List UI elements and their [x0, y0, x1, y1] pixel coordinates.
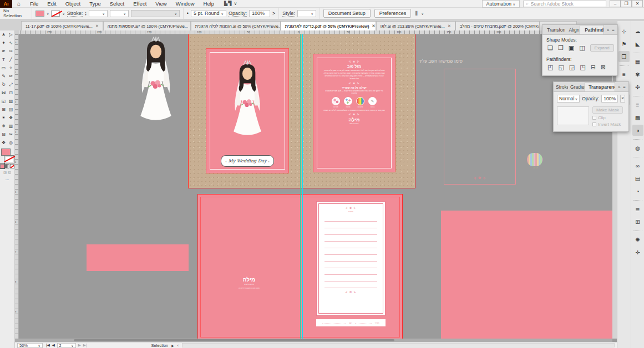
brush-dropdown[interactable]: ∨ [110, 10, 129, 17]
asset-export-icon[interactable]: ◔ [632, 186, 643, 197]
stroke-caret-icon[interactable]: ∨ [62, 12, 64, 16]
doc-tab-5[interactable]: לוגו.ai @ 213.86% (CMYK/Previe...✕ [376, 21, 455, 30]
scale-tool[interactable]: ⤢ [7, 80, 14, 89]
pink-rectangle-bottom-right[interactable] [441, 211, 612, 339]
style-dropdown[interactable]: ∨ [297, 10, 316, 17]
color-button[interactable] [0, 164, 4, 168]
none-button[interactable] [10, 164, 14, 168]
graph-tool[interactable]: ▥ [7, 122, 14, 130]
width-tool[interactable]: ⋈ [0, 89, 7, 97]
artboard-number-dropdown[interactable]: 2 ∨ [57, 343, 76, 348]
outline-icon[interactable]: ⊟ [591, 64, 596, 71]
workspace-dropdown[interactable]: Automation ∨ [482, 0, 520, 8]
appearance-icon[interactable]: ◍ [632, 142, 643, 153]
first-artboard-button[interactable]: |◀ [46, 343, 50, 347]
shaper-tool[interactable]: ✧ [7, 64, 14, 72]
back-cover-logo[interactable]: מילה עיצוב אירועים מתנות ומזכרות מעוצבות… [227, 277, 271, 289]
fill-color-swatch[interactable] [36, 11, 44, 17]
expand-button[interactable]: Expand [590, 44, 614, 52]
minimize-button[interactable]: – [610, 0, 621, 7]
actions-icon[interactable]: ✺ [632, 234, 643, 245]
transform-icon[interactable]: ⊹ [618, 25, 630, 37]
crop-icon[interactable]: ◳ [580, 64, 585, 71]
fill-caret-icon[interactable]: ∨ [47, 12, 49, 16]
doc-tab-6[interactable]: מחברת טיפים - מהלב.pdf* @ 200% (CMYK/...… [455, 21, 540, 30]
next-artboard-button[interactable]: ▶ [78, 343, 81, 347]
stroke-icon[interactable]: ≡ [618, 69, 630, 80]
clip-checkbox[interactable]: Clip [592, 115, 623, 120]
slice-tool[interactable]: ✂ [7, 130, 14, 139]
zoom-dropdown[interactable]: 50% ∨ [17, 343, 43, 348]
width-profile-dropdown[interactable]: ∨ [131, 10, 180, 17]
stroke-proxy[interactable] [4, 156, 14, 163]
symbol-sprayer-tool[interactable]: ✵ [0, 122, 7, 130]
menu-type[interactable]: Type [85, 1, 105, 7]
align-icon[interactable]: ⚑ [618, 38, 630, 49]
rectangle-tool[interactable]: ▭ [0, 64, 7, 72]
paintbrush-tool[interactable]: ✎ [0, 72, 7, 80]
magic-wand-tool[interactable]: ✦ [0, 39, 7, 47]
prev-artboard-button[interactable]: ◀ [52, 343, 55, 347]
menu-select[interactable]: Select [105, 1, 129, 7]
preferences-button[interactable]: Preferences [374, 9, 412, 18]
live-paint-tool[interactable]: ▨ [7, 97, 14, 105]
bride-illustration[interactable] [224, 58, 271, 137]
layers-icon[interactable]: ≣ [632, 203, 643, 214]
stroke-weight-stepper[interactable]: ▴▾ [85, 11, 87, 16]
vertical-scrollbar[interactable] [612, 30, 617, 339]
tab-transparency[interactable]: Transparency [585, 82, 615, 91]
line-tool[interactable]: ╱ [7, 55, 14, 64]
doc-tab-3[interactable]: הזמנות לכלה ארגונית.ai @ 50% (CMYK/Previ… [191, 21, 281, 30]
stroke-weight-dropdown[interactable]: ∨ [89, 10, 108, 17]
toolbar-more[interactable]: ... [0, 176, 14, 181]
doc-tab-4-active[interactable]: כריכה לארגונית.pdf @ 50% (CMYK/Preview)✕ [281, 21, 376, 30]
blend-tool[interactable]: ❖ [7, 114, 14, 122]
menu-view[interactable]: View [151, 1, 171, 7]
bride-illustration[interactable] [128, 34, 184, 122]
fill-proxy[interactable] [1, 149, 11, 156]
tab-close-icon[interactable]: ✕ [372, 24, 375, 28]
search-input[interactable]: ⌕ Search Adobe Stock [523, 1, 606, 7]
make-mask-button[interactable]: Make Mask [592, 106, 623, 114]
rotate-tool[interactable]: ↻ [0, 80, 7, 89]
navigator-icon[interactable]: ✛ [632, 247, 643, 258]
tab-close-icon[interactable]: ✕ [448, 24, 451, 28]
menu-file[interactable]: File [26, 1, 43, 7]
merge-icon[interactable]: ◲ [569, 64, 575, 71]
pencil-tool[interactable]: ✏ [7, 72, 14, 80]
status-expand-icon[interactable]: ▶ [171, 344, 174, 347]
collapse-icon[interactable]: » [607, 28, 609, 33]
artboard-tool[interactable]: ⊟ [0, 130, 7, 139]
tab-gradient[interactable]: Gradien [568, 83, 585, 91]
home-icon[interactable]: ⌂ [12, 1, 26, 7]
minus-back-icon[interactable]: ⊠ [601, 64, 606, 71]
artboard-top-spread[interactable]: ‹ My Wedding Day › ⊰ ❀ ⊱ מזל טוב מאחלים … [189, 32, 415, 188]
opacity-input[interactable]: 100% [601, 95, 618, 103]
color-icon[interactable]: ◣ [632, 38, 643, 49]
gradient-icon[interactable]: ▩ [632, 112, 643, 123]
trim-icon[interactable]: ◱ [558, 64, 564, 71]
brushes-icon[interactable]: ✣ [632, 81, 643, 93]
shape-builder-tool[interactable]: ◱ [0, 97, 7, 105]
opacity-input[interactable]: 100% [249, 10, 270, 17]
align-caret-icon[interactable]: ∨ [422, 12, 424, 16]
pathfinder-icon[interactable]: ❒ [618, 51, 630, 62]
wedding-badge[interactable]: ‹ My Wedding Day › [221, 155, 274, 167]
divide-icon[interactable]: ◰ [547, 64, 553, 71]
curvature-tool[interactable]: ✑ [7, 47, 14, 55]
transparency-icon[interactable]: ◑ [632, 125, 643, 136]
exclude-icon[interactable]: ◫ [579, 44, 585, 52]
direct-selection-tool[interactable]: ▷ [7, 30, 14, 39]
intersect-icon[interactable]: ▣ [569, 44, 574, 52]
color-guide-icon[interactable]: ▦ [632, 56, 643, 67]
menu-edit[interactable]: Edit [43, 1, 60, 7]
align-glyphs-icon[interactable]: ⫼ [415, 11, 417, 17]
doc-tab-1[interactable]: 11-17.pdf* @ 100% (CMYK/Previe...✕ [21, 21, 103, 30]
tab-align[interactable]: Align [565, 25, 580, 34]
collapse-icon[interactable]: » [618, 85, 620, 90]
scroll-left-arrow[interactable]: ‹ [178, 343, 179, 348]
greeting-card[interactable]: ⊰ ❀ ⊱ מזל טוב מאחלים לכם המון מזל טוב לר… [313, 54, 395, 172]
pen-tool[interactable]: ✒ [0, 47, 7, 55]
mesh-tool[interactable]: ⊞ [0, 105, 7, 114]
libraries-icon[interactable]: ☁ [632, 25, 643, 37]
